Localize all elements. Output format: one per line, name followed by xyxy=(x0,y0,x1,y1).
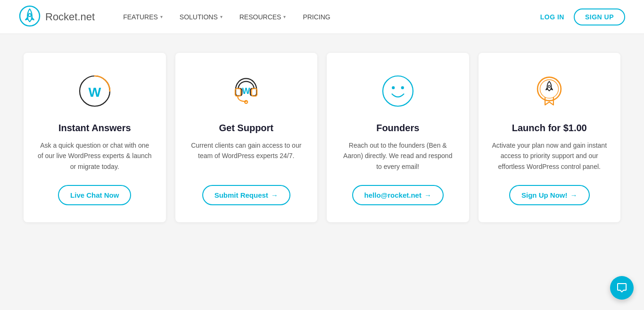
sign-up-now-button[interactable]: Sign Up Now! → xyxy=(509,185,590,205)
site-header: Rocket.net FEATURES ▾ SOLUTIONS ▾ RESOUR… xyxy=(0,0,644,34)
live-chat-button[interactable]: Live Chat Now xyxy=(58,185,131,205)
arrow-right-icon: → xyxy=(424,191,431,199)
nav-resources[interactable]: RESOURCES ▾ xyxy=(239,13,286,21)
card-title: Instant Answers xyxy=(58,123,131,134)
launch-icon xyxy=(528,70,570,112)
logo-icon xyxy=(19,5,41,29)
logo[interactable]: Rocket.net xyxy=(19,5,95,29)
main-nav: FEATURES ▾ SOLUTIONS ▾ RESOURCES ▾ PRICI… xyxy=(123,13,540,21)
svg-point-1 xyxy=(28,14,31,17)
nav-features[interactable]: FEATURES ▾ xyxy=(123,13,163,21)
chevron-down-icon: ▾ xyxy=(220,14,223,19)
chevron-down-icon: ▾ xyxy=(160,14,163,19)
card-title: Get Support xyxy=(219,123,273,134)
card-instant-answers: W Instant Answers Ask a quick question o… xyxy=(24,53,166,222)
card-desc: Current clients can gain access to our t… xyxy=(189,140,305,172)
svg-point-10 xyxy=(383,76,413,106)
nav-solutions[interactable]: SOLUTIONS ▾ xyxy=(180,13,223,21)
card-desc: Ask a quick question or chat with one of… xyxy=(37,140,153,172)
logo-text: Rocket.net xyxy=(45,11,95,23)
card-title: Founders xyxy=(376,123,419,134)
svg-point-14 xyxy=(540,80,559,98)
card-launch: Launch for $1.00 Activate your plan now … xyxy=(479,53,621,222)
instant-answers-icon: W xyxy=(74,70,116,112)
arrow-right-icon: → xyxy=(271,191,278,199)
card-founders: Founders Reach out to the founders (Ben … xyxy=(327,53,469,222)
logo-svg xyxy=(19,5,41,27)
chevron-down-icon: ▾ xyxy=(283,14,286,19)
svg-text:W: W xyxy=(242,86,250,96)
header-actions: LOG IN SIGN UP xyxy=(540,8,625,25)
founders-icon xyxy=(377,70,419,112)
arrow-right-icon: → xyxy=(570,191,578,199)
login-button[interactable]: LOG IN xyxy=(540,13,564,21)
card-desc: Activate your plan now and gain instant … xyxy=(492,140,608,172)
signup-button[interactable]: SIGN UP xyxy=(574,8,625,25)
get-support-icon: W xyxy=(225,70,267,112)
card-get-support: W Get Support Current clients can gain a… xyxy=(175,53,318,222)
card-title: Launch for $1.00 xyxy=(512,123,587,134)
email-founders-button[interactable]: hello@rocket.net → xyxy=(352,185,444,205)
cards-grid: W Instant Answers Ask a quick question o… xyxy=(24,53,620,222)
svg-text:W: W xyxy=(88,84,101,100)
chat-bubble-icon xyxy=(616,282,627,293)
svg-point-12 xyxy=(401,86,404,89)
svg-point-11 xyxy=(392,86,395,89)
card-desc: Reach out to the founders (Ben & Aaron) … xyxy=(340,140,456,172)
chat-bubble-button[interactable] xyxy=(610,276,634,300)
main-content: W Instant Answers Ask a quick question o… xyxy=(0,34,644,310)
nav-pricing[interactable]: PRICING xyxy=(303,13,330,21)
submit-request-button[interactable]: Submit Request → xyxy=(202,185,290,205)
